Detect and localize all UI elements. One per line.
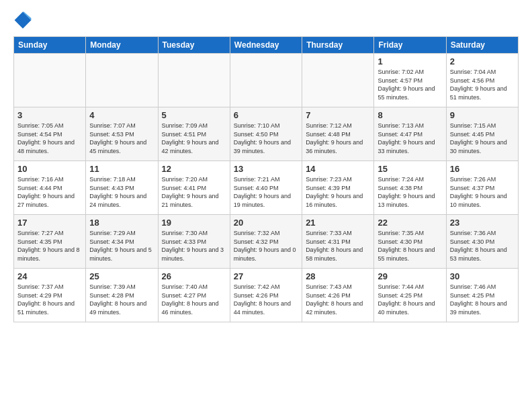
day-info: Sunrise: 7:35 AM Sunset: 4:30 PM Dayligh… <box>378 229 442 263</box>
day-number: 29 <box>378 271 442 281</box>
day-number: 20 <box>234 218 298 228</box>
calendar-cell: 16Sunrise: 7:26 AM Sunset: 4:37 PM Dayli… <box>446 161 518 215</box>
day-number: 28 <box>306 271 370 281</box>
day-number: 3 <box>17 110 82 120</box>
day-number: 2 <box>450 56 515 66</box>
day-number: 21 <box>306 218 370 228</box>
day-info: Sunrise: 7:30 AM Sunset: 4:33 PM Dayligh… <box>162 229 226 263</box>
day-info: Sunrise: 7:07 AM Sunset: 4:53 PM Dayligh… <box>89 122 154 155</box>
calendar-cell <box>158 54 230 107</box>
calendar-header-row: SundayMondayTuesdayWednesdayThursdayFrid… <box>14 37 519 54</box>
day-info: Sunrise: 7:33 AM Sunset: 4:31 PM Dayligh… <box>306 229 370 263</box>
logo <box>13 11 35 30</box>
logo-icon <box>13 11 32 30</box>
day-info: Sunrise: 7:37 AM Sunset: 4:29 PM Dayligh… <box>17 283 82 316</box>
day-info: Sunrise: 7:40 AM Sunset: 4:27 PM Dayligh… <box>162 283 226 316</box>
calendar-cell: 6Sunrise: 7:10 AM Sunset: 4:50 PM Daylig… <box>230 107 302 161</box>
calendar-cell: 4Sunrise: 7:07 AM Sunset: 4:53 PM Daylig… <box>86 107 158 161</box>
day-number: 14 <box>306 164 370 174</box>
day-number: 10 <box>17 164 82 174</box>
day-info: Sunrise: 7:20 AM Sunset: 4:41 PM Dayligh… <box>162 175 226 209</box>
day-number: 23 <box>450 218 515 228</box>
day-info: Sunrise: 7:29 AM Sunset: 4:34 PM Dayligh… <box>89 229 154 263</box>
day-info: Sunrise: 7:04 AM Sunset: 4:56 PM Dayligh… <box>450 68 515 101</box>
calendar-cell: 18Sunrise: 7:29 AM Sunset: 4:34 PM Dayli… <box>86 215 158 269</box>
day-info: Sunrise: 7:39 AM Sunset: 4:28 PM Dayligh… <box>89 283 154 316</box>
day-header-monday: Monday <box>86 37 158 54</box>
day-number: 25 <box>89 271 154 281</box>
calendar-cell: 3Sunrise: 7:05 AM Sunset: 4:54 PM Daylig… <box>14 107 86 161</box>
day-info: Sunrise: 7:44 AM Sunset: 4:25 PM Dayligh… <box>378 283 442 316</box>
week-row-5: 24Sunrise: 7:37 AM Sunset: 4:29 PM Dayli… <box>14 269 519 322</box>
calendar-cell: 11Sunrise: 7:18 AM Sunset: 4:43 PM Dayli… <box>86 161 158 215</box>
day-info: Sunrise: 7:36 AM Sunset: 4:30 PM Dayligh… <box>450 229 515 263</box>
calendar-cell: 26Sunrise: 7:40 AM Sunset: 4:27 PM Dayli… <box>158 269 230 322</box>
calendar-cell: 5Sunrise: 7:09 AM Sunset: 4:51 PM Daylig… <box>158 107 230 161</box>
day-info: Sunrise: 7:15 AM Sunset: 4:45 PM Dayligh… <box>450 122 515 155</box>
day-header-sunday: Sunday <box>14 37 86 54</box>
calendar-cell: 29Sunrise: 7:44 AM Sunset: 4:25 PM Dayli… <box>374 269 446 322</box>
day-number: 13 <box>234 164 298 174</box>
calendar-cell: 13Sunrise: 7:21 AM Sunset: 4:40 PM Dayli… <box>230 161 302 215</box>
day-number: 27 <box>234 271 298 281</box>
calendar-cell: 25Sunrise: 7:39 AM Sunset: 4:28 PM Dayli… <box>86 269 158 322</box>
day-number: 5 <box>162 110 226 120</box>
day-info: Sunrise: 7:42 AM Sunset: 4:26 PM Dayligh… <box>234 283 298 316</box>
day-number: 30 <box>450 271 515 281</box>
calendar-table: SundayMondayTuesdayWednesdayThursdayFrid… <box>13 36 519 322</box>
day-number: 9 <box>450 110 515 120</box>
day-info: Sunrise: 7:27 AM Sunset: 4:35 PM Dayligh… <box>17 229 82 263</box>
calendar-cell: 22Sunrise: 7:35 AM Sunset: 4:30 PM Dayli… <box>374 215 446 269</box>
day-info: Sunrise: 7:09 AM Sunset: 4:51 PM Dayligh… <box>162 122 226 155</box>
day-header-thursday: Thursday <box>302 37 374 54</box>
day-info: Sunrise: 7:18 AM Sunset: 4:43 PM Dayligh… <box>89 175 154 209</box>
day-number: 16 <box>450 164 515 174</box>
day-number: 7 <box>306 110 370 120</box>
calendar-cell: 28Sunrise: 7:43 AM Sunset: 4:26 PM Dayli… <box>302 269 374 322</box>
day-info: Sunrise: 7:16 AM Sunset: 4:44 PM Dayligh… <box>17 175 82 209</box>
day-header-friday: Friday <box>374 37 446 54</box>
day-number: 8 <box>378 110 442 120</box>
day-number: 18 <box>89 218 154 228</box>
calendar-cell: 10Sunrise: 7:16 AM Sunset: 4:44 PM Dayli… <box>14 161 86 215</box>
calendar-cell: 30Sunrise: 7:46 AM Sunset: 4:25 PM Dayli… <box>446 269 518 322</box>
day-number: 26 <box>162 271 226 281</box>
day-number: 4 <box>89 110 154 120</box>
svg-marker-0 <box>15 12 32 29</box>
calendar-cell: 2Sunrise: 7:04 AM Sunset: 4:56 PM Daylig… <box>446 54 518 107</box>
day-header-wednesday: Wednesday <box>230 37 302 54</box>
page: SundayMondayTuesdayWednesdayThursdayFrid… <box>0 0 532 411</box>
week-row-1: 1Sunrise: 7:02 AM Sunset: 4:57 PM Daylig… <box>14 54 519 107</box>
day-number: 22 <box>378 218 442 228</box>
day-info: Sunrise: 7:13 AM Sunset: 4:47 PM Dayligh… <box>378 122 442 155</box>
header <box>13 11 519 30</box>
calendar-cell: 17Sunrise: 7:27 AM Sunset: 4:35 PM Dayli… <box>14 215 86 269</box>
calendar-cell <box>230 54 302 107</box>
day-info: Sunrise: 7:21 AM Sunset: 4:40 PM Dayligh… <box>234 175 298 209</box>
calendar-cell <box>14 54 86 107</box>
calendar-cell: 12Sunrise: 7:20 AM Sunset: 4:41 PM Dayli… <box>158 161 230 215</box>
calendar-cell <box>302 54 374 107</box>
day-number: 1 <box>378 56 442 66</box>
day-number: 15 <box>378 164 442 174</box>
day-info: Sunrise: 7:10 AM Sunset: 4:50 PM Dayligh… <box>234 122 298 155</box>
calendar-cell: 7Sunrise: 7:12 AM Sunset: 4:48 PM Daylig… <box>302 107 374 161</box>
calendar-cell: 20Sunrise: 7:32 AM Sunset: 4:32 PM Dayli… <box>230 215 302 269</box>
day-info: Sunrise: 7:05 AM Sunset: 4:54 PM Dayligh… <box>17 122 82 155</box>
calendar-cell <box>86 54 158 107</box>
calendar-cell: 19Sunrise: 7:30 AM Sunset: 4:33 PM Dayli… <box>158 215 230 269</box>
day-info: Sunrise: 7:46 AM Sunset: 4:25 PM Dayligh… <box>450 283 515 316</box>
calendar-cell: 23Sunrise: 7:36 AM Sunset: 4:30 PM Dayli… <box>446 215 518 269</box>
day-number: 17 <box>17 218 82 228</box>
week-row-3: 10Sunrise: 7:16 AM Sunset: 4:44 PM Dayli… <box>14 161 519 215</box>
calendar-cell: 27Sunrise: 7:42 AM Sunset: 4:26 PM Dayli… <box>230 269 302 322</box>
day-info: Sunrise: 7:24 AM Sunset: 4:38 PM Dayligh… <box>378 175 442 209</box>
day-number: 19 <box>162 218 226 228</box>
week-row-2: 3Sunrise: 7:05 AM Sunset: 4:54 PM Daylig… <box>14 107 519 161</box>
day-info: Sunrise: 7:43 AM Sunset: 4:26 PM Dayligh… <box>306 283 370 316</box>
day-header-saturday: Saturday <box>446 37 518 54</box>
day-number: 12 <box>162 164 226 174</box>
day-info: Sunrise: 7:23 AM Sunset: 4:39 PM Dayligh… <box>306 175 370 209</box>
calendar-cell: 15Sunrise: 7:24 AM Sunset: 4:38 PM Dayli… <box>374 161 446 215</box>
day-number: 11 <box>89 164 154 174</box>
